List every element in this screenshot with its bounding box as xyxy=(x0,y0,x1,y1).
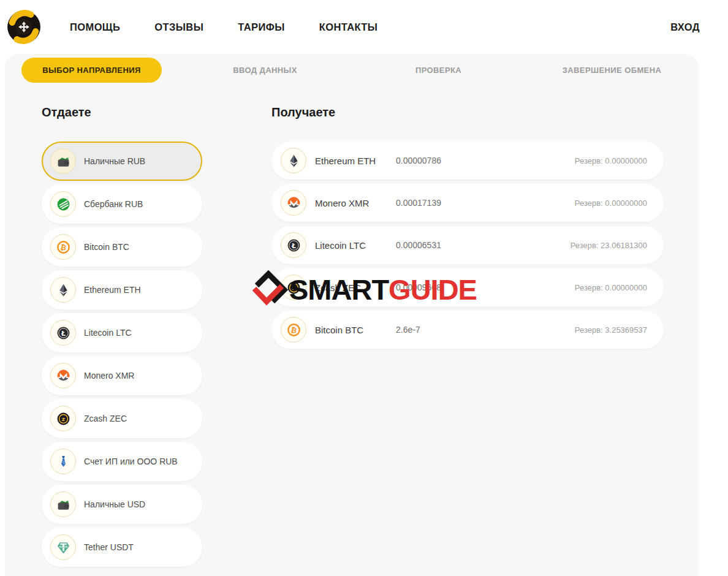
ethereum-icon xyxy=(50,277,76,303)
give-option-label: Tether USDT xyxy=(84,542,134,552)
main-nav: ПОМОЩЬ ОТЗЫВЫ ТАРИФЫ КОНТАКТЫ xyxy=(70,21,377,33)
give-option-item[interactable]: Monero XMR xyxy=(42,356,202,395)
progress-steps: ВЫБОР НАПРАВЛЕНИЯ ВВОД ДАННЫХ ПРОВЕРКА З… xyxy=(5,54,699,83)
exchange-rate: 0.00017139 xyxy=(396,198,441,208)
give-title: Отдаете xyxy=(42,105,202,119)
give-option-item[interactable]: Наличные USD xyxy=(42,485,202,524)
svg-text:z: z xyxy=(61,415,64,422)
reserve-value: Резерв: 23.06181300 xyxy=(571,241,647,250)
give-option-label: Счет ИП или ООО RUB xyxy=(84,457,178,466)
litecoin-icon: Ł xyxy=(50,320,76,346)
receive-option-row[interactable]: ₿ Bitcoin BTC 2.6e-7 Резерв: 3.25369537 xyxy=(271,311,664,349)
nav-tariffs-link[interactable]: ТАРИФЫ xyxy=(238,21,284,33)
give-column: Отдаете Наличные RUB Сбербанк RUB ₿ Bitc… xyxy=(42,105,202,570)
receive-option-label: Ethereum ETH xyxy=(315,156,396,166)
receive-option-row[interactable]: Ethereum ETH 0.00000786 Резерв: 0.000000… xyxy=(271,142,664,180)
receive-column: Получаете Ethereum ETH 0.00000786 Резерв… xyxy=(271,105,664,570)
give-option-label: Сбербанк RUB xyxy=(84,199,143,209)
reserve-value: Резерв: 0.00000000 xyxy=(575,156,647,165)
give-option-item[interactable]: Tether USDT xyxy=(42,528,202,567)
give-option-item[interactable]: Сбербанк RUB xyxy=(42,184,202,224)
step-verification: ПРОВЕРКА xyxy=(352,66,525,75)
receive-option-label: Zcash ZEC xyxy=(315,282,396,293)
give-options-list: Наличные RUB Сбербанк RUB ₿ Bitcoin BTC … xyxy=(42,142,202,567)
nav-reviews-link[interactable]: ОТЗЫВЫ xyxy=(154,21,203,33)
receive-options-list: Ethereum ETH 0.00000786 Резерв: 0.000000… xyxy=(271,142,664,349)
receive-option-row[interactable]: Monero XMR 0.00017139 Резерв: 0.00000000 xyxy=(271,184,664,222)
sberbank-icon xyxy=(50,191,76,217)
nav-contacts-link[interactable]: КОНТАКТЫ xyxy=(319,21,378,33)
svg-text:Ł: Ł xyxy=(60,329,65,337)
reserve-value: Резерв: 0.00000000 xyxy=(575,199,647,208)
monero-icon xyxy=(281,190,306,216)
business-account-icon xyxy=(50,449,76,474)
give-option-label: Наличные RUB xyxy=(84,156,145,166)
reserve-value: Резерв: 3.25369537 xyxy=(575,325,647,335)
give-option-item[interactable]: Счет ИП или ООО RUB xyxy=(42,442,202,481)
step-direction-pill[interactable]: ВЫБОР НАПРАВЛЕНИЯ xyxy=(21,58,161,83)
give-option-label: Litecoin LTC xyxy=(84,328,132,338)
reserve-value: Резерв: 0.00000000 xyxy=(575,283,647,292)
give-option-item[interactable]: Наличные RUB xyxy=(42,142,202,181)
monero-icon xyxy=(50,363,76,388)
receive-option-row[interactable]: Ł Litecoin LTC 0.00006531 Резерв: 23.061… xyxy=(271,226,664,264)
give-option-label: Наличные USD xyxy=(84,499,145,509)
exchange-rate: 2.6e-7 xyxy=(396,325,420,335)
exchange-rate: 0.00009608 xyxy=(396,282,441,292)
wallet-rub-icon xyxy=(50,148,76,174)
exchange-rate: 0.00006531 xyxy=(396,240,441,250)
nav-help-link[interactable]: ПОМОЩЬ xyxy=(70,21,120,33)
receive-title: Получаете xyxy=(271,105,664,119)
receive-option-label: Bitcoin BTC xyxy=(315,325,396,335)
site-logo-icon[interactable] xyxy=(6,9,42,45)
receive-option-row[interactable]: z Zcash ZEC 0.00009608 Резерв: 0.0000000… xyxy=(271,268,664,306)
bitcoin-icon: ₿ xyxy=(281,317,306,343)
login-link[interactable]: ВХОД xyxy=(670,21,700,33)
give-option-label: Bitcoin BTC xyxy=(84,242,129,252)
give-option-label: Zcash ZEC xyxy=(84,414,127,423)
receive-option-label: Litecoin LTC xyxy=(315,240,396,251)
ethereum-icon xyxy=(281,148,306,173)
tether-icon xyxy=(50,534,76,560)
give-option-label: Ethereum ETH xyxy=(84,285,141,295)
exchange-rate: 0.00000786 xyxy=(396,156,441,165)
step-completion: ЗАВЕРШЕНИЕ ОБМЕНА xyxy=(525,66,699,75)
give-option-item[interactable]: z Zcash ZEC xyxy=(42,399,202,438)
give-option-item[interactable]: Ł Litecoin LTC xyxy=(42,313,202,352)
exchange-panel: ВЫБОР НАПРАВЛЕНИЯ ВВОД ДАННЫХ ПРОВЕРКА З… xyxy=(5,54,699,576)
give-option-item[interactable]: ₿ Bitcoin BTC xyxy=(42,227,202,267)
top-nav-bar: ПОМОЩЬ ОТЗЫВЫ ТАРИФЫ КОНТАКТЫ ВХОД xyxy=(0,0,728,54)
bitcoin-icon: ₿ xyxy=(50,234,76,260)
give-option-item[interactable]: Ethereum ETH xyxy=(42,270,202,309)
litecoin-icon: Ł xyxy=(281,232,306,258)
svg-text:Ł: Ł xyxy=(290,241,295,249)
give-option-label: Monero XMR xyxy=(84,371,134,381)
zcash-icon: z xyxy=(281,275,306,300)
wallet-usd-icon xyxy=(50,491,76,517)
receive-option-label: Monero XMR xyxy=(315,198,396,208)
svg-text:z: z xyxy=(292,284,295,291)
exchange-content: Отдаете Наличные RUB Сбербанк RUB ₿ Bitc… xyxy=(5,83,699,570)
step-direction: ВЫБОР НАПРАВЛЕНИЯ xyxy=(5,58,178,83)
step-data-entry: ВВОД ДАННЫХ xyxy=(178,66,352,75)
zcash-icon: z xyxy=(50,406,76,431)
